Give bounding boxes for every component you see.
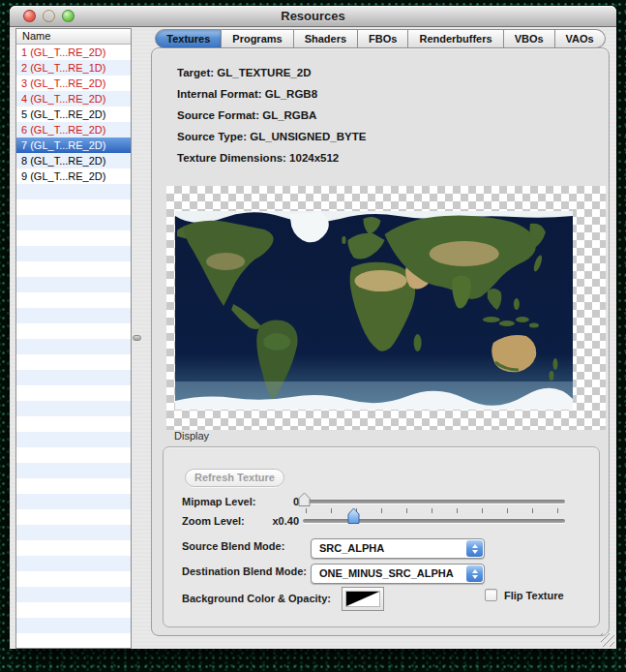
list-row-empty — [16, 385, 131, 401]
list-row-empty — [16, 556, 131, 571]
list-item[interactable]: 7 (GL_T...RE_2D) — [16, 137, 131, 153]
list-row-empty — [16, 432, 131, 447]
splitter-handle-icon[interactable] — [133, 335, 141, 341]
tab-vaos[interactable]: VAOs — [555, 29, 606, 48]
texture-info: Target: GL_TEXTURE_2DInternal Format: GL… — [177, 62, 366, 168]
list-row-empty — [16, 525, 131, 540]
background-color-label: Background Color & Opacity: — [182, 593, 331, 605]
name-column-header[interactable]: Name — [16, 29, 131, 45]
list-item[interactable]: 9 (GL_T...RE_2D) — [16, 168, 131, 184]
info-line: Target: GL_TEXTURE_2D — [177, 62, 366, 83]
list-row-empty — [16, 184, 131, 199]
zoom-slider[interactable] — [303, 519, 565, 523]
slider-tick — [306, 508, 307, 513]
list-row-empty — [16, 509, 131, 525]
slider-tick — [457, 508, 458, 513]
list-item[interactable]: 8 (GL_T...RE_2D) — [16, 153, 131, 168]
slider-tick — [381, 508, 382, 513]
list-row-empty — [16, 602, 131, 618]
list-row-empty — [16, 246, 131, 261]
list-row-empty — [16, 587, 131, 602]
resources-window: Resources Name 1 (GL_T...RE_2D)2 (GL_T..… — [10, 6, 616, 649]
list-row-empty — [16, 401, 131, 416]
slider-tick — [406, 508, 407, 513]
slider-tick — [432, 508, 432, 513]
source-blend-value: SRC_ALPHA — [319, 542, 384, 554]
mipmap-slider[interactable] — [303, 500, 565, 504]
info-line: Texture Dimensions: 1024x512 — [177, 147, 366, 168]
tab-renderbuffers[interactable]: Renderbuffers — [408, 29, 503, 48]
tab-bar: TexturesProgramsShadersFBOsRenderbuffers… — [151, 29, 610, 48]
list-row-empty — [16, 230, 131, 246]
info-line: Internal Format: GL_RGB8 — [177, 83, 366, 105]
flip-texture-checkbox[interactable] — [485, 589, 497, 601]
mipmap-slider-thumb[interactable] — [298, 492, 311, 507]
popup-arrows-icon — [466, 540, 483, 557]
list-row-empty — [16, 292, 131, 308]
list-row-empty — [16, 261, 131, 277]
background-color-well[interactable] — [342, 587, 384, 611]
sidebar-rows: 1 (GL_T...RE_2D)2 (GL_T...RE_1D)3 (GL_T.… — [16, 45, 131, 649]
resize-grip-icon[interactable] — [601, 633, 614, 647]
slider-tick — [331, 508, 332, 513]
slider-tick — [507, 508, 508, 513]
list-row-empty — [16, 494, 131, 509]
texture-preview-world-map — [175, 211, 573, 410]
slider-tick — [557, 508, 558, 513]
color-swatch-icon — [345, 591, 380, 607]
zoom-level-value: x0.40 — [255, 515, 299, 528]
title-bar[interactable]: Resources — [10, 6, 616, 27]
list-row-empty — [16, 618, 131, 633]
tab-shaders[interactable]: Shaders — [294, 29, 358, 48]
popup-arrows-icon — [466, 565, 483, 582]
list-item[interactable]: 6 (GL_T...RE_2D) — [16, 122, 131, 137]
resource-list: Name 1 (GL_T...RE_2D)2 (GL_T...RE_1D)3 (… — [15, 28, 132, 649]
slider-tick — [482, 508, 483, 513]
list-item[interactable]: 2 (GL_T...RE_1D) — [16, 60, 131, 76]
list-row-empty — [16, 215, 131, 230]
source-blend-label: Source Blend Mode: — [182, 540, 284, 553]
dest-blend-label: Destination Blend Mode: — [182, 565, 307, 578]
transparency-checkerboard — [166, 186, 606, 430]
display-group-box: Refresh Texture Mipmap Level: 0 Zoom Lev… — [163, 446, 600, 627]
zoom-slider-thumb[interactable] — [347, 507, 360, 525]
zoom-level-label: Zoom Level: — [182, 515, 245, 528]
list-item[interactable]: 5 (GL_T...RE_2D) — [16, 107, 131, 122]
source-blend-popup[interactable]: SRC_ALPHA — [311, 538, 485, 559]
list-row-empty — [16, 323, 131, 339]
info-line: Source Type: GL_UNSIGNED_BYTE — [177, 126, 366, 147]
list-item[interactable]: 1 (GL_T...RE_2D) — [16, 45, 131, 60]
display-group-label: Display — [174, 430, 209, 442]
list-row-empty — [16, 571, 131, 587]
list-row-empty — [16, 308, 131, 323]
dest-blend-value: ONE_MINUS_SRC_ALPHA — [319, 567, 454, 579]
refresh-texture-button[interactable]: Refresh Texture — [185, 469, 284, 487]
list-row-empty — [16, 447, 131, 463]
mipmap-level-label: Mipmap Level: — [182, 496, 255, 508]
list-row-empty — [16, 633, 131, 649]
list-row-empty — [16, 540, 131, 556]
list-row-empty — [16, 463, 131, 478]
desktop-background: Resources Name 1 (GL_T...RE_2D)2 (GL_T..… — [0, 0, 626, 672]
flip-texture-label: Flip Texture — [504, 590, 564, 602]
list-row-empty — [16, 277, 131, 292]
info-line: Source Format: GL_RGBA — [177, 105, 366, 126]
list-row-empty — [16, 416, 131, 432]
list-row-empty — [16, 339, 131, 354]
list-row-empty — [16, 354, 131, 370]
list-row-empty — [16, 370, 131, 385]
mipmap-level-value: 0 — [255, 496, 299, 508]
tab-textures[interactable]: Textures — [155, 29, 222, 48]
tab-programs[interactable]: Programs — [222, 29, 293, 48]
dest-blend-popup[interactable]: ONE_MINUS_SRC_ALPHA — [311, 564, 485, 584]
list-row-empty — [16, 199, 131, 215]
list-row-empty — [16, 478, 131, 494]
list-item[interactable]: 4 (GL_T...RE_2D) — [16, 91, 131, 107]
list-item[interactable]: 3 (GL_T...RE_2D) — [16, 76, 131, 91]
tab-fbos[interactable]: FBOs — [358, 29, 408, 48]
window-title: Resources — [10, 9, 616, 23]
zoom-ticks — [306, 508, 559, 513]
tab-vbos[interactable]: VBOs — [504, 29, 555, 48]
slider-tick — [532, 508, 533, 513]
